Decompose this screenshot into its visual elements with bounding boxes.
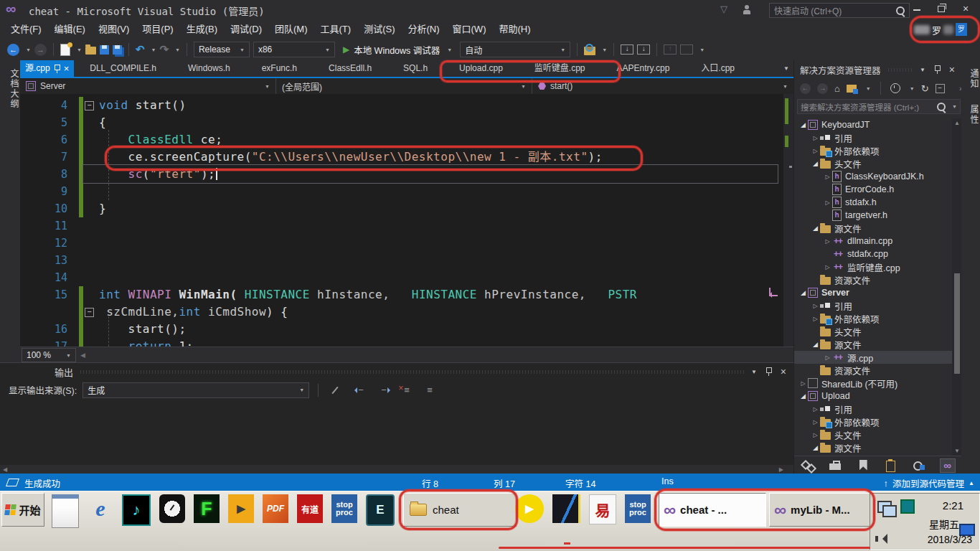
tree-item-头文件[interactable]: ◢头文件 [794, 157, 952, 170]
menu-item-帮助(H)[interactable]: 帮助(H) [492, 20, 537, 39]
navigate-back-dropdown-icon[interactable]: ▼ [26, 47, 31, 52]
close-panel-icon[interactable]: × [781, 366, 786, 377]
expander-closed-icon[interactable]: ▷ [811, 316, 820, 322]
menu-item-调试(D)[interactable]: 调试(D) [224, 20, 268, 39]
internet-explorer-icon[interactable]: e [88, 494, 113, 523]
tree-item-引用[interactable]: ▷引用 [794, 402, 952, 415]
expander-closed-icon[interactable]: ▷ [823, 238, 832, 245]
word-wrap-icon[interactable]: ≡ [423, 385, 436, 396]
pin-icon[interactable] [765, 367, 772, 377]
tree-item-头文件[interactable]: 头文件 [794, 325, 952, 338]
menu-item-编辑(E)[interactable]: 编辑(E) [48, 20, 92, 39]
alarm-clock-icon[interactable] [159, 494, 185, 523]
redo-icon[interactable]: ↷ [159, 42, 169, 57]
taskbar-window-cheat - ...[interactable]: ∞cheat - ... [659, 493, 766, 527]
properties-tab-icon[interactable] [884, 459, 898, 472]
editor-vertical-scrollbar[interactable] [783, 94, 793, 347]
media-folder-icon[interactable]: ▶ [228, 494, 254, 523]
navigate-back-icon[interactable]: ← [7, 44, 19, 56]
code-line[interactable]: 8 sc("rtert"); [20, 166, 783, 183]
expander-closed-icon[interactable]: ▷ [798, 380, 808, 387]
stop-proc-2-icon[interactable]: stop proc [625, 494, 651, 523]
tree-item-资源文件[interactable]: 资源文件 [794, 273, 952, 286]
right-strip-tab-通知[interactable]: 通知 [961, 62, 980, 96]
expander-closed-icon[interactable]: ▷ [811, 432, 820, 438]
menu-item-文件(F)[interactable]: 文件(F) [4, 20, 48, 39]
back-icon[interactable]: ← [800, 83, 811, 94]
find-in-files-icon[interactable] [584, 42, 595, 57]
expander-open-icon[interactable]: ◢ [811, 160, 820, 167]
expander-closed-icon[interactable]: ▷ [823, 199, 832, 206]
code-line[interactable]: 6 ClassEdll ce; [20, 131, 783, 149]
code-line[interactable]: 9 [20, 183, 783, 200]
solution-search-box[interactable]: 搜索解决方案资源管理器 (Ctrl+;) ▼ [797, 99, 961, 114]
tree-item-外部依赖项[interactable]: ▷外部依赖项 [794, 312, 952, 325]
collapse-all-icon[interactable]: − [936, 84, 945, 93]
forward-icon[interactable]: → [817, 83, 828, 94]
tree-item-源文件[interactable]: ◢源文件 [794, 441, 952, 454]
grid-dropdown-icon[interactable]: ▼ [699, 47, 705, 52]
home-icon[interactable]: ⌂ [834, 83, 840, 94]
class-view-tab-icon[interactable] [912, 459, 926, 472]
document-tab-ClassEdll.h[interactable]: ClassEdll.h [313, 60, 387, 77]
expander-closed-icon[interactable]: ▷ [811, 303, 820, 309]
start-button[interactable]: 开始 [1, 493, 44, 527]
install-package-2-icon[interactable]: ↓ [637, 42, 650, 57]
tree-item-SharedLib (不可用)[interactable]: ▷SharedLib (不可用) [794, 377, 952, 390]
menu-item-分析(N)[interactable]: 分析(N) [401, 20, 446, 39]
tree-item-头文件[interactable]: ▷头文件 [794, 428, 952, 441]
sync-with-active-document-icon[interactable]: ↻ [921, 83, 929, 94]
tree-item-源文件[interactable]: ◢源文件 [794, 338, 952, 351]
tree-item-监听键盘.cpp[interactable]: ▷++监听键盘.cpp [794, 260, 952, 273]
document-tab-exFunc.h[interactable]: exFunc.h [246, 60, 313, 77]
document-tab-监听键盘.cpp[interactable]: 监听键盘.cpp [519, 60, 601, 77]
code-line[interactable]: 7 ce.screenCapture("C:\\Users\\newUser\\… [20, 149, 783, 166]
document-tab-入口.cpp[interactable]: 入口.cpp [685, 60, 750, 77]
tree-item-引用[interactable]: ▷引用 [794, 299, 952, 312]
scope-dropdown[interactable]: (全局范围) ▼ [276, 78, 532, 94]
expander-open-icon[interactable]: ◢ [811, 444, 820, 451]
quick-launch-search[interactable]: 快速启动 (Ctrl+Q) [769, 3, 910, 18]
switch-views-icon[interactable] [847, 85, 857, 93]
expander-closed-icon[interactable]: ▷ [823, 264, 832, 270]
code-line[interactable]: 10} [20, 200, 783, 217]
attach-mode-combo[interactable]: 自动 ▼ [460, 42, 570, 57]
tree-item-Upload[interactable]: ◢Upload [794, 390, 952, 402]
pending-changes-icon[interactable] [890, 83, 900, 93]
code-line[interactable]: 15int WINAPI WinMain( HINSTANCE hInstanc… [20, 286, 783, 303]
clock-time[interactable]: 2:21 [943, 499, 963, 512]
clear-all-icon[interactable]: ≡ [400, 385, 413, 396]
open-file-icon[interactable] [85, 42, 96, 57]
window-position-icon[interactable]: ▼ [920, 67, 925, 73]
output-source-combo[interactable]: 生成 ▼ [83, 382, 309, 398]
undo-icon[interactable]: ↶ [136, 42, 145, 57]
volume-icon[interactable] [877, 534, 887, 544]
feedback-icon[interactable] [743, 5, 755, 15]
expander-closed-icon[interactable]: ▷ [811, 148, 820, 154]
account-badge[interactable]: 罗 [956, 23, 967, 36]
expander-open-icon[interactable]: ◢ [798, 392, 808, 400]
code-line[interactable]: 17 return 1; [20, 338, 783, 347]
code-line[interactable]: 14 [20, 269, 783, 286]
solution-explorer-tab-icon[interactable]: ∞ [940, 458, 956, 473]
expander-open-icon[interactable]: ◢ [811, 341, 820, 348]
window-position-icon[interactable]: ▼ [751, 369, 757, 375]
expander-closed-icon[interactable]: ▷ [811, 406, 820, 413]
left-strip-tab-文档大纲[interactable]: 文档大纲 [0, 62, 20, 116]
menu-item-项目(P)[interactable]: 项目(P) [136, 20, 179, 39]
project-dropdown[interactable]: Server ▼ [20, 78, 276, 94]
media-player-icon[interactable]: ♪ [122, 494, 151, 526]
pin-icon[interactable] [54, 64, 60, 73]
navigate-forward-icon[interactable]: → [34, 44, 47, 56]
undo-dropdown-icon[interactable]: ▼ [151, 47, 156, 52]
team-explorer-tab-icon[interactable] [801, 459, 815, 472]
notebook-icon[interactable] [552, 494, 580, 523]
editor-horizontal-scrollbar[interactable] [90, 351, 782, 359]
tree-item-ClassKeyboardJK.h[interactable]: ▷hClassKeyboardJK.h [794, 170, 952, 183]
pin-icon[interactable] [934, 65, 941, 75]
goto-message-icon[interactable] [331, 385, 344, 396]
flash-tool-icon[interactable]: F [194, 494, 220, 523]
toolbox-tab-icon[interactable] [829, 459, 843, 472]
expander-closed-icon[interactable]: ▷ [811, 419, 820, 425]
menu-item-视图(V)[interactable]: 视图(V) [92, 20, 136, 39]
